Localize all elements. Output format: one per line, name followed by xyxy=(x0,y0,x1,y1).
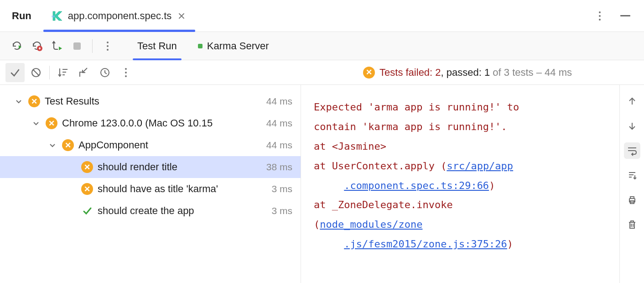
summary-duration: 44 ms xyxy=(545,67,572,78)
tree-root-time: 44 ms xyxy=(266,96,292,107)
output-line: at _ZoneDelegate.invoke xyxy=(314,199,453,210)
output-line: contain 'karma app is running!'. xyxy=(314,121,507,132)
svg-text:!: ! xyxy=(39,46,41,51)
tab-karma-server-label: Karma Server xyxy=(207,40,269,52)
output-line: ( xyxy=(314,219,320,230)
stacktrace-link[interactable]: .component.spec.ts:29:66 xyxy=(344,180,489,191)
fail-icon: ✕ xyxy=(81,161,93,173)
active-subtab-indicator xyxy=(133,58,182,60)
tree-test-label: should have as title 'karma' xyxy=(98,183,267,195)
test-status-bar: ✕ Tests failed: 2, passed: 1 of 3 tests … xyxy=(0,60,644,85)
output-line: at UserContext.apply ( xyxy=(314,160,447,172)
toggle-auto-test-button[interactable] xyxy=(49,38,65,54)
test-output: Expected 'arma app is running!' to conta… xyxy=(301,85,619,283)
scroll-to-end-button[interactable] xyxy=(624,167,640,183)
run-toolbar: ! Test Run Karma Server xyxy=(0,32,644,60)
fail-icon: ✕ xyxy=(28,95,40,107)
history-button[interactable] xyxy=(95,63,114,82)
next-occurrence-button[interactable] xyxy=(624,118,640,134)
tree-test[interactable]: ✕ should render title 38 ms xyxy=(0,156,301,178)
pass-icon xyxy=(81,205,93,217)
output-line: ) xyxy=(507,238,513,250)
svg-rect-0 xyxy=(52,16,55,17)
summary-passed-count: 1 xyxy=(484,67,490,78)
tree-root-label: Test Results xyxy=(45,95,262,107)
summary-passed-label: , passed: xyxy=(441,67,484,78)
test-tree: ✕ Test Results 44 ms ✕ Chrome 123.0.0.0 … xyxy=(0,85,301,283)
tree-browser[interactable]: ✕ Chrome 123.0.0.0 (Mac OS 10.15 44 ms xyxy=(0,112,301,134)
tab-test-run[interactable]: Test Run xyxy=(134,32,181,60)
summary-failed-count: 2 xyxy=(435,67,441,78)
tab-test-run-label: Test Run xyxy=(137,40,177,52)
top-tab-bar: Run app.component.spec.ts xyxy=(0,0,644,32)
fail-icon: ✕ xyxy=(62,139,74,151)
file-tab[interactable]: app.component.spec.ts xyxy=(43,0,195,31)
stacktrace-link[interactable]: src/app/app xyxy=(447,160,513,172)
summary-total-label: of 3 tests xyxy=(490,67,533,78)
tree-suite[interactable]: ✕ AppComponent 44 ms xyxy=(0,134,301,156)
karma-icon xyxy=(52,10,63,22)
summary-fail-icon: ✕ xyxy=(363,67,375,79)
tree-test-label: should create the app xyxy=(98,205,267,217)
show-passed-toggle[interactable] xyxy=(5,63,25,82)
tree-browser-label: Chrome 123.0.0.0 (Mac OS 10.15 xyxy=(62,117,262,129)
tree-suite-label: AppComponent xyxy=(78,139,262,151)
stacktrace-link[interactable]: .js/fesm2015/zone.js:375:26 xyxy=(344,238,507,250)
show-ignored-toggle[interactable] xyxy=(26,63,46,82)
run-panel-label: Run xyxy=(0,0,43,31)
chevron-down-icon[interactable] xyxy=(14,98,24,105)
output-gutter xyxy=(619,85,644,283)
chevron-down-icon[interactable] xyxy=(31,120,41,126)
toolbar-more-icon[interactable] xyxy=(100,38,115,54)
output-line: ) xyxy=(489,180,495,191)
fail-icon: ✕ xyxy=(81,183,93,195)
tab-karma-server[interactable]: Karma Server xyxy=(194,32,273,60)
fail-icon: ✕ xyxy=(46,117,57,129)
summary-failed-label: Tests failed: xyxy=(379,67,435,78)
tree-test-time: 3 ms xyxy=(271,205,292,216)
output-line: at <Jasmine> xyxy=(314,141,386,152)
previous-occurrence-button[interactable] xyxy=(624,93,640,110)
test-summary: ✕ Tests failed: 2, passed: 1 of 3 tests … xyxy=(363,67,640,79)
minimize-panel-icon[interactable] xyxy=(618,8,633,24)
rerun-failed-button[interactable]: ! xyxy=(29,38,45,54)
output-line: Expected 'arma app is running!' to xyxy=(314,101,519,113)
tree-suite-time: 44 ms xyxy=(266,140,292,151)
tree-test[interactable]: ✕ should have as title 'karma' 3 ms xyxy=(0,178,301,200)
more-options-icon[interactable] xyxy=(592,8,608,24)
tree-test-time: 38 ms xyxy=(266,162,292,173)
svg-rect-3 xyxy=(73,42,81,50)
tree-test-time: 3 ms xyxy=(271,183,292,194)
tree-root[interactable]: ✕ Test Results 44 ms xyxy=(0,90,301,112)
sort-button[interactable] xyxy=(53,63,73,82)
tree-test[interactable]: should create the app 3 ms xyxy=(0,200,301,222)
status-more-icon[interactable] xyxy=(116,63,135,82)
stop-button[interactable] xyxy=(69,38,85,54)
close-tab-icon[interactable] xyxy=(176,10,187,21)
rerun-button[interactable] xyxy=(9,38,25,54)
chevron-down-icon[interactable] xyxy=(47,142,57,148)
import-results-button[interactable] xyxy=(74,63,93,82)
file-tab-label: app.component.spec.ts xyxy=(68,10,171,22)
stacktrace-link[interactable]: node_modules/zone xyxy=(320,219,422,230)
tree-browser-time: 44 ms xyxy=(266,118,292,129)
server-running-indicator-icon xyxy=(198,44,203,48)
print-button[interactable] xyxy=(624,192,640,208)
svg-rect-7 xyxy=(630,197,634,199)
delete-button[interactable] xyxy=(624,216,640,233)
soft-wrap-button[interactable] xyxy=(624,142,640,159)
summary-separator: – xyxy=(534,67,545,78)
tree-test-label: should render title xyxy=(98,161,262,173)
